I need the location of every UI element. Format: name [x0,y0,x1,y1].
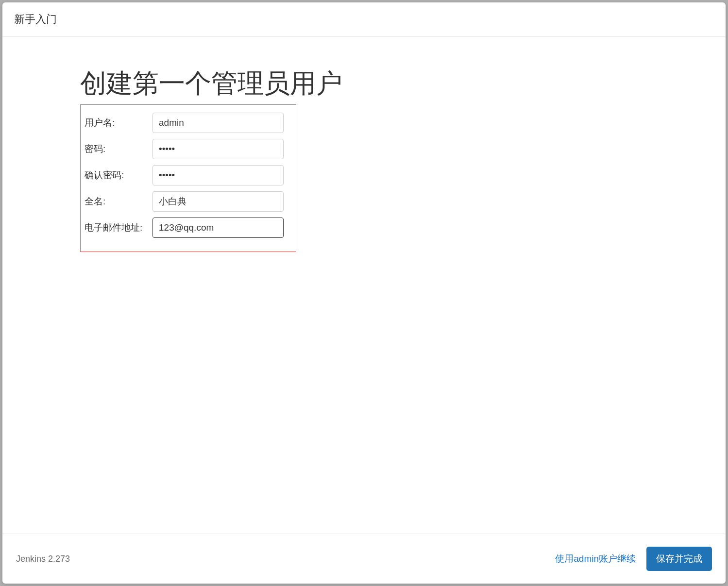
confirm-password-input[interactable] [152,165,284,185]
fullname-label: 全名: [85,195,152,208]
form-row-confirm-password: 确认密码: [85,165,292,185]
password-label: 密码: [85,143,152,155]
form-row-username: 用户名: [85,113,292,133]
page-title: 创建第一个管理员用户 [80,66,648,101]
form-row-fullname: 全名: [85,191,292,212]
setup-wizard-modal: 新手入门 创建第一个管理员用户 用户名: 密码: 确认密码: 全名: 电子邮件 [2,2,726,584]
save-and-finish-button[interactable]: 保存并完成 [646,547,712,571]
form-row-email: 电子邮件地址: [85,218,292,238]
version-label: Jenkins 2.273 [16,554,70,564]
modal-body: 创建第一个管理员用户 用户名: 密码: 确认密码: 全名: 电子邮件地址: [2,37,726,534]
username-input[interactable] [152,113,284,133]
fullname-input[interactable] [152,191,284,212]
form-row-password: 密码: [85,139,292,159]
admin-user-form: 用户名: 密码: 确认密码: 全名: 电子邮件地址: [80,104,296,252]
password-input[interactable] [152,139,284,159]
username-label: 用户名: [85,117,152,129]
email-input[interactable] [152,218,284,238]
modal-footer: Jenkins 2.273 使用admin账户继续 保存并完成 [2,534,726,584]
footer-actions: 使用admin账户继续 保存并完成 [555,547,712,571]
modal-header: 新手入门 [2,2,726,37]
modal-title: 新手入门 [14,13,57,25]
continue-as-admin-link[interactable]: 使用admin账户继续 [555,553,636,565]
email-label: 电子邮件地址: [85,221,152,234]
confirm-password-label: 确认密码: [85,169,152,182]
